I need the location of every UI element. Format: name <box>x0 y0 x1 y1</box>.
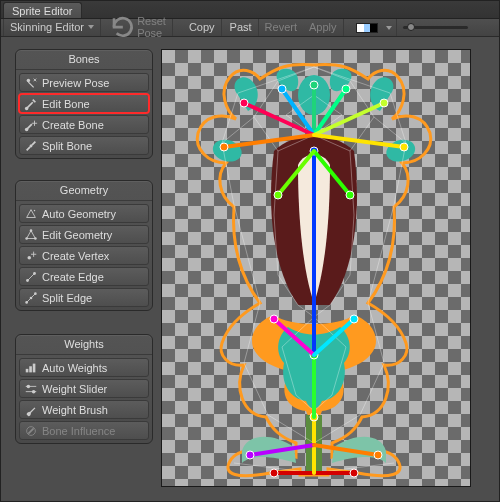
toolbar: Skinning Editor Reset Pose Copy Past Rev… <box>1 19 499 37</box>
svg-point-20 <box>246 451 254 459</box>
svg-rect-54 <box>26 368 29 372</box>
svg-point-40 <box>400 143 408 151</box>
svg-rect-55 <box>29 366 32 372</box>
chevron-down-icon <box>386 26 392 30</box>
svg-point-32 <box>342 85 350 93</box>
svg-point-46 <box>34 237 37 240</box>
panel-bones: Bones Preview Pose Edit Bone Create Bone… <box>15 49 153 159</box>
svg-point-44 <box>30 144 33 147</box>
svg-rect-56 <box>33 363 36 372</box>
svg-point-30 <box>278 85 286 93</box>
sprite-preview[interactable] <box>178 55 451 483</box>
mode-dropdown[interactable]: Skinning Editor <box>3 19 101 36</box>
svg-point-47 <box>30 229 33 232</box>
preview-pose-icon <box>24 76 38 90</box>
auto-weights-icon <box>24 361 38 375</box>
create-bone-button[interactable]: Create Bone <box>19 115 149 134</box>
paste-button[interactable]: Past <box>222 19 259 36</box>
svg-point-34 <box>240 99 248 107</box>
svg-point-22 <box>374 451 382 459</box>
svg-point-18 <box>350 315 358 323</box>
svg-point-36 <box>380 99 388 107</box>
panel-title: Weights <box>16 335 152 355</box>
svg-point-58 <box>32 389 36 393</box>
tab-bar: Sprite Editor <box>1 1 499 19</box>
svg-point-24 <box>346 191 354 199</box>
weight-slider-button[interactable]: Weight Slider <box>19 379 149 398</box>
svg-point-8 <box>350 469 358 477</box>
create-bone-icon <box>24 118 38 132</box>
split-bone-button[interactable]: Split Bone <box>19 136 149 155</box>
create-vertex-icon <box>24 249 38 263</box>
create-edge-icon <box>24 270 38 284</box>
bone-influence-icon <box>24 424 38 438</box>
svg-point-16 <box>270 315 278 323</box>
panel-title: Bones <box>16 50 152 70</box>
copy-button[interactable]: Copy <box>181 19 222 36</box>
svg-point-57 <box>27 384 31 388</box>
preview-pose-button[interactable]: Preview Pose <box>19 73 149 92</box>
auto-geometry-button[interactable]: Auto Geometry <box>19 204 149 223</box>
revert-button[interactable]: Revert <box>259 19 303 36</box>
apply-button[interactable]: Apply <box>303 19 344 36</box>
panel-title: Geometry <box>16 181 152 201</box>
tab-sprite-editor[interactable]: Sprite Editor <box>3 2 82 18</box>
color-swatch-button[interactable] <box>352 19 397 36</box>
weight-brush-button[interactable]: Weight Brush <box>19 400 149 419</box>
chevron-down-icon <box>88 25 94 29</box>
bone-influence-button: Bone Influence <box>19 421 149 440</box>
svg-point-43 <box>25 127 29 131</box>
split-edge-button[interactable]: Split Edge <box>19 288 149 307</box>
reset-pose-button[interactable]: Reset Pose <box>101 19 173 36</box>
svg-point-48 <box>28 256 32 260</box>
svg-point-42 <box>25 106 29 110</box>
canvas[interactable] <box>161 49 471 487</box>
svg-point-41 <box>27 78 31 82</box>
svg-point-26 <box>274 191 282 199</box>
auto-geometry-icon <box>24 207 38 221</box>
svg-point-28 <box>310 81 318 89</box>
panel-geometry: Geometry Auto Geometry Edit Geometry Cre… <box>15 180 153 311</box>
edit-geometry-icon <box>24 228 38 242</box>
svg-point-7 <box>270 469 278 477</box>
brightness-slider[interactable] <box>403 26 468 29</box>
edit-bone-icon <box>24 97 38 111</box>
swatch-icon <box>356 23 378 33</box>
svg-point-38 <box>220 143 228 151</box>
panel-weights: Weights Auto Weights Weight Slider Weigh… <box>15 334 153 444</box>
slider-knob[interactable] <box>407 23 415 31</box>
weight-slider-icon <box>24 382 38 396</box>
weight-brush-icon <box>24 403 38 417</box>
workspace: Bones Preview Pose Edit Bone Create Bone… <box>1 37 499 500</box>
split-edge-icon <box>24 291 38 305</box>
split-bone-icon <box>24 139 38 153</box>
create-edge-button[interactable]: Create Edge <box>19 267 149 286</box>
edit-bone-button[interactable]: Edit Bone <box>19 94 149 113</box>
mode-label: Skinning Editor <box>10 21 84 33</box>
svg-point-45 <box>25 237 28 240</box>
auto-weights-button[interactable]: Auto Weights <box>19 358 149 377</box>
create-vertex-button[interactable]: Create Vertex <box>19 246 149 265</box>
edit-geometry-button[interactable]: Edit Geometry <box>19 225 149 244</box>
